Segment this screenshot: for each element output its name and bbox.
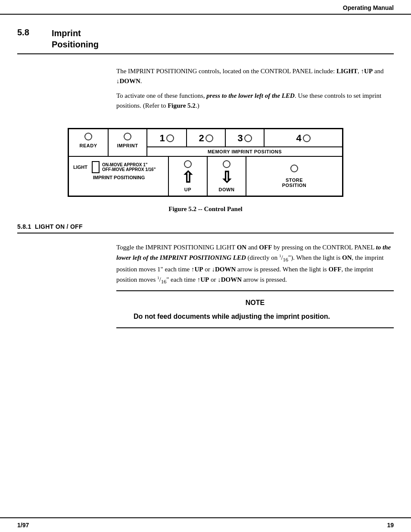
light-text-lines: ON-MOVE APPROX 1" OFF-MOVE APPROX 1/16" (102, 162, 156, 172)
light-box (92, 161, 100, 173)
cell-imprint: IMPRINT (108, 129, 146, 156)
arrow-up-icon: ⇧ (181, 170, 194, 185)
control-panel: READY IMPRINT 1 (68, 128, 343, 197)
note-box: NOTE Do not feed documents while adjusti… (116, 290, 394, 328)
arrow-down-icon: ⇩ (220, 170, 233, 185)
figure-caption: Figure 5.2 -- Control Panel (17, 205, 394, 213)
cell-2: 2 (186, 129, 225, 146)
light-label: LIGHT (73, 165, 87, 170)
intro-row: The IMPRINT POSITIONING controls, locate… (17, 66, 394, 115)
panel-bottom-row: LIGHT ON-MOVE APPROX 1" OFF-MOVE APPROX … (69, 157, 342, 196)
ready-label: READY (79, 143, 97, 148)
diagram-container: READY IMPRINT 1 (17, 128, 394, 197)
body-text-row: Toggle the IMPRINT POSITIONING LIGHT ON … (17, 242, 394, 341)
page-footer: 1/97 19 (0, 517, 411, 532)
intro-left-spacer (17, 66, 116, 115)
led-3 (244, 134, 252, 142)
intro-p1: The IMPRINT POSITIONING controls, locate… (116, 66, 394, 87)
led-1 (166, 134, 174, 142)
section-number: 5.8 (17, 28, 47, 37)
page-header: Operating Manual (0, 0, 411, 15)
body-text: Toggle the IMPRINT POSITIONING LIGHT ON … (116, 242, 394, 341)
imprint-positioning-label: IMPRINT POSITIONING (73, 175, 165, 180)
panel-top-right: 1 2 3 (147, 129, 342, 156)
page-body: 5.8 Imprint Positioning The IMPRINT POSI… (0, 15, 411, 377)
led-4 (303, 134, 311, 142)
led-ready (84, 133, 92, 140)
cell-1: 1 (147, 129, 186, 146)
cell-ready: READY (69, 129, 108, 156)
intro-text: The IMPRINT POSITIONING controls, locate… (116, 66, 394, 115)
imprint-label: IMPRINT (117, 143, 138, 148)
panel-top-left: READY IMPRINT (69, 129, 147, 156)
footer-right: 19 (387, 522, 394, 529)
cell-4: 4 (264, 129, 342, 146)
led-up (184, 160, 192, 168)
header-title: Operating Manual (343, 4, 394, 11)
section-heading: 5.8 Imprint Positioning (17, 28, 394, 54)
led-store (290, 165, 298, 172)
cell-3: 3 (225, 129, 264, 146)
note-body: Do not feed documents while adjusting th… (134, 312, 377, 321)
intro-p2: To activate one of these functions, pres… (116, 91, 394, 111)
down-label: DOWN (219, 187, 235, 192)
body-p1: Toggle the IMPRINT POSITIONING LIGHT ON … (116, 242, 394, 286)
cell-up: ⇧ UP (168, 157, 207, 196)
store-label: STORE POSITION (282, 177, 307, 188)
panel-top-row: READY IMPRINT 1 (69, 129, 342, 157)
cell-down: ⇩ DOWN (207, 157, 246, 196)
subsection-heading: 5.8.1 LIGHT ON / OFF (17, 223, 394, 233)
led-down (223, 160, 230, 168)
note-title: NOTE (134, 297, 377, 308)
memory-label: MEMORY IMPRINT POSITIONS (147, 147, 342, 156)
cell-store: STORE POSITION (246, 157, 342, 196)
light-row: LIGHT ON-MOVE APPROX 1" OFF-MOVE APPROX … (73, 161, 156, 173)
led-2 (206, 134, 213, 142)
cell-light: LIGHT ON-MOVE APPROX 1" OFF-MOVE APPROX … (69, 157, 168, 196)
panel-numbers-row: 1 2 3 (147, 129, 342, 147)
led-imprint (124, 133, 131, 140)
up-label: UP (184, 187, 191, 192)
section-title: Imprint Positioning (52, 28, 99, 50)
footer-left: 1/97 (17, 522, 29, 529)
body-left-spacer (17, 242, 116, 341)
